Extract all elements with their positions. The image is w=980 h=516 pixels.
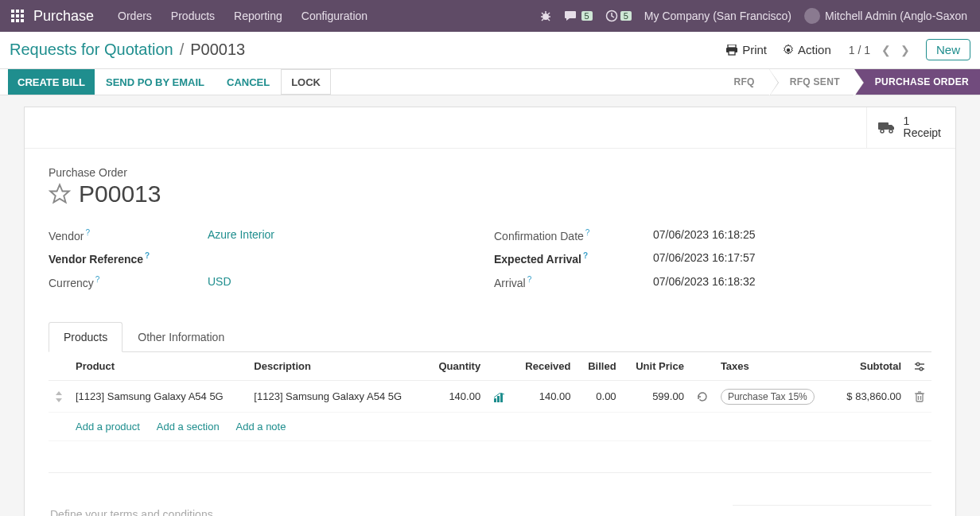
app-brand[interactable]: Purchase <box>33 8 94 25</box>
arrival-value: 07/06/2023 16:18:32 <box>653 275 755 288</box>
menu-configuration[interactable]: Configuration <box>301 10 368 22</box>
svg-line-11 <box>542 13 543 14</box>
page-wrap: 1 Receipt Purchase Order P00013 Vendor? … <box>0 95 980 516</box>
cell-quantity[interactable]: 140.00 <box>426 380 487 413</box>
columns-config-icon[interactable] <box>908 352 931 381</box>
user-name: Mitchell Admin (Anglo-Saxon <box>825 10 967 22</box>
breadcrumb-root[interactable]: Requests for Quotation <box>10 41 173 59</box>
cell-unit-price[interactable]: 599.00 <box>623 380 690 413</box>
new-button[interactable]: New <box>926 39 970 60</box>
menu-orders[interactable]: Orders <box>118 10 152 22</box>
action-button[interactable]: Action <box>783 43 831 56</box>
add-note-link[interactable]: Add a note <box>236 421 286 433</box>
pager-next[interactable]: ❯ <box>896 44 915 56</box>
receipt-count: 1 <box>904 115 941 127</box>
print-button[interactable]: Print <box>725 43 767 56</box>
apps-icon[interactable] <box>6 5 29 27</box>
cell-received: 140.00 <box>512 380 577 413</box>
tab-other-information[interactable]: Other Information <box>122 322 239 352</box>
messages-icon[interactable]: 5 <box>565 10 593 22</box>
activities-icon[interactable]: 5 <box>605 10 632 22</box>
cell-description[interactable]: [1123] Samsung Galaxy A54 5G <box>247 380 426 413</box>
vendor-value[interactable]: Azure Interior <box>208 228 274 241</box>
drag-handle-icon[interactable] <box>49 380 69 413</box>
pager-prev[interactable]: ❮ <box>877 44 896 56</box>
cell-taxes[interactable]: Purchase Tax 15% <box>714 380 833 413</box>
th-received[interactable]: Received <box>512 352 577 381</box>
table-row[interactable]: [1123] Samsung Galaxy A54 5G [1123] Sams… <box>49 380 931 413</box>
svg-rect-3 <box>11 14 14 17</box>
menu-products[interactable]: Products <box>171 10 215 22</box>
svg-line-15 <box>542 19 543 21</box>
card-body: Purchase Order P00013 Vendor? Azure Inte… <box>25 149 955 516</box>
pager: 1 / 1 ❮ ❯ <box>849 44 915 56</box>
cancel-button[interactable]: CANCEL <box>216 69 281 95</box>
svg-point-24 <box>889 130 892 133</box>
fields: Vendor? Azure Interior Vendor Reference?… <box>49 228 931 299</box>
svg-point-28 <box>916 363 920 367</box>
create-bill-button[interactable]: CREATE BILL <box>8 69 95 95</box>
totals: Untaxed Amount: $ 83,860.00 Tax 15%: $ 1… <box>733 505 931 516</box>
help-icon[interactable]: ? <box>95 275 100 284</box>
help-icon[interactable]: ? <box>85 228 90 237</box>
company-switcher[interactable]: My Company (San Francisco) <box>644 10 791 22</box>
fields-left: Vendor? Azure Interior Vendor Reference?… <box>49 228 486 299</box>
button-row: CREATE BILL SEND PO BY EMAIL CANCEL LOCK… <box>0 68 980 95</box>
th-unit-price[interactable]: Unit Price <box>623 352 690 381</box>
status-rfq[interactable]: RFQ <box>713 69 768 95</box>
svg-rect-34 <box>500 394 503 402</box>
svg-rect-18 <box>728 45 736 48</box>
card-top: 1 Receipt <box>25 107 955 149</box>
help-icon[interactable]: ? <box>527 275 532 284</box>
svg-rect-0 <box>11 10 14 13</box>
svg-line-16 <box>548 19 550 21</box>
receipt-button[interactable]: 1 Receipt <box>866 107 955 148</box>
send-po-button[interactable]: SEND PO BY EMAIL <box>95 69 216 95</box>
tabs: Products Other Information <box>49 321 931 352</box>
svg-rect-35 <box>916 394 923 402</box>
truck-icon <box>878 121 896 134</box>
price-history-icon[interactable] <box>690 380 714 413</box>
th-billed[interactable]: Billed <box>577 352 622 381</box>
th-taxes[interactable]: Taxes <box>714 352 833 381</box>
po-number: P00013 <box>79 180 161 208</box>
delete-row-icon[interactable] <box>908 380 931 413</box>
lock-button[interactable]: LOCK <box>281 69 331 95</box>
svg-rect-7 <box>16 19 19 22</box>
th-quantity[interactable]: Quantity <box>426 352 487 381</box>
expected-arrival-value[interactable]: 07/06/2023 16:17:57 <box>653 251 755 264</box>
svg-rect-8 <box>21 19 24 22</box>
svg-rect-1 <box>16 10 19 13</box>
status-purchase-order[interactable]: PURCHASE ORDER <box>854 69 980 95</box>
svg-rect-33 <box>497 396 500 402</box>
forecast-icon[interactable] <box>487 380 512 413</box>
activities-badge: 5 <box>620 11 632 21</box>
add-product-link[interactable]: Add a product <box>76 421 140 433</box>
terms-input[interactable]: Define your terms and conditions ... <box>49 505 733 516</box>
th-description[interactable]: Description <box>247 352 426 381</box>
help-icon[interactable]: ? <box>583 251 588 260</box>
currency-value[interactable]: USD <box>208 275 231 288</box>
user-menu[interactable]: Mitchell Admin (Anglo-Saxon <box>804 8 967 24</box>
status-bar: RFQ RFQ SENT PURCHASE ORDER <box>713 69 980 95</box>
vendor-label: Vendor? <box>49 228 208 242</box>
th-product[interactable]: Product <box>69 352 247 381</box>
avatar <box>804 8 820 24</box>
th-subtotal[interactable]: Subtotal <box>833 352 908 381</box>
tab-products[interactable]: Products <box>49 322 122 352</box>
help-icon[interactable]: ? <box>145 251 150 260</box>
cell-product[interactable]: [1123] Samsung Galaxy A54 5G <box>69 380 247 413</box>
menu-reporting[interactable]: Reporting <box>234 10 282 22</box>
status-rfq-sent[interactable]: RFQ SENT <box>769 69 854 95</box>
add-section-link[interactable]: Add a section <box>157 421 220 433</box>
svg-rect-32 <box>494 398 496 402</box>
star-icon[interactable] <box>49 183 71 205</box>
order-lines-table: Product Description Quantity Received Bi… <box>49 352 931 474</box>
top-navbar: Purchase Orders Products Reporting Confi… <box>0 0 980 32</box>
debug-icon[interactable] <box>539 10 552 22</box>
svg-marker-31 <box>56 398 62 402</box>
help-icon[interactable]: ? <box>585 228 590 237</box>
pager-range[interactable]: 1 / 1 <box>849 44 870 56</box>
terms-totals-row: Define your terms and conditions ... Unt… <box>49 505 931 516</box>
cell-billed: 0.00 <box>577 380 622 413</box>
